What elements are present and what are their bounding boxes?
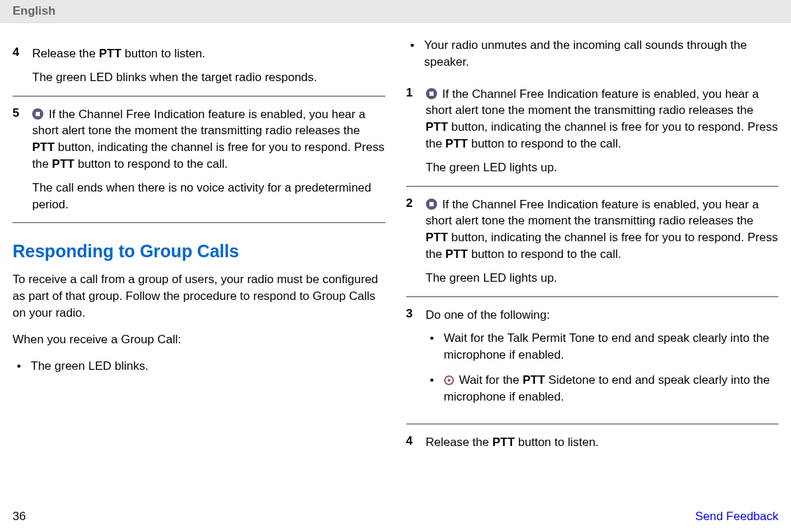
step-3: 3 Do one of the following: Wait for the … (406, 299, 779, 422)
step-text: If the Channel Free Indication feature i… (32, 106, 385, 173)
divider (13, 96, 385, 96)
list-item: Wait for the PTT Sidetone to end and spe… (426, 372, 779, 405)
page-number: 36 (13, 510, 26, 524)
footer: 36 Send Feedback (0, 510, 791, 524)
step-text: The green LED blinks when the target rad… (32, 69, 317, 86)
step-body: Release the PTT button to listen. The gr… (32, 45, 317, 86)
nested-list: Wait for the Talk Permit Tone to end and… (426, 330, 779, 405)
step-text: The green LED lights up. (426, 159, 779, 176)
step-text: The call ends when there is no voice act… (32, 180, 385, 213)
step-4-right: 4 Release the PTT button to listen. (406, 426, 779, 459)
right-column: Your radio unmutes and the incoming call… (406, 37, 779, 459)
step-body: If the Channel Free Indication feature i… (32, 106, 385, 213)
step-text: If the Channel Free Indication feature i… (426, 86, 779, 152)
step-text: If the Channel Free Indication feature i… (426, 196, 779, 263)
step-text: Do one of the following: (426, 307, 779, 324)
step-number: 2 (406, 196, 416, 287)
left-column: 4 Release the PTT button to listen. The … (13, 37, 385, 459)
step-1: 1 If the Channel Free Indication feature… (406, 78, 779, 185)
step-number: 4 (406, 434, 416, 451)
divider (406, 424, 779, 424)
divider (406, 296, 779, 297)
section-heading: Responding to Group Calls (13, 241, 385, 261)
lead-paragraph: When you receive a Group Call: (13, 331, 385, 348)
step-number: 5 (13, 106, 22, 213)
bullet-list: Your radio unmutes and the incoming call… (406, 37, 779, 71)
intro-paragraph: To receive a call from a group of users,… (13, 271, 385, 321)
step-body: If the Channel Free Indication feature i… (426, 86, 779, 176)
step-text: Release the PTT button to listen. (32, 45, 317, 62)
divider (406, 186, 779, 187)
stop-icon (426, 199, 437, 210)
stop-icon (32, 108, 43, 120)
step-4: 4 Release the PTT button to listen. The … (13, 37, 385, 94)
step-number: 4 (13, 45, 22, 86)
step-number: 3 (406, 307, 416, 414)
step-2: 2 If the Channel Free Indication feature… (406, 188, 779, 295)
send-feedback-link[interactable]: Send Feedback (695, 510, 778, 524)
step-body: Do one of the following: Wait for the Ta… (426, 307, 779, 414)
header: English (0, 0, 791, 23)
step-body: If the Channel Free Indication feature i… (426, 196, 779, 287)
list-item: Wait for the Talk Permit Tone to end and… (426, 330, 779, 364)
content: 4 Release the PTT button to listen. The … (0, 23, 791, 459)
divider (13, 222, 385, 223)
step-text: The green LED lights up. (426, 270, 779, 287)
target-icon (444, 375, 454, 385)
step-text: Release the PTT button to listen. (426, 434, 599, 451)
header-title: English (13, 4, 55, 17)
stop-icon (426, 88, 437, 99)
list-item: Your radio unmutes and the incoming call… (406, 37, 779, 71)
list-item: The green LED blinks. (13, 358, 385, 375)
step-body: Release the PTT button to listen. (426, 434, 599, 451)
bullet-list: The green LED blinks. (13, 358, 385, 375)
step-5: 5 If the Channel Free Indication feature… (13, 98, 385, 222)
step-number: 1 (406, 86, 416, 176)
